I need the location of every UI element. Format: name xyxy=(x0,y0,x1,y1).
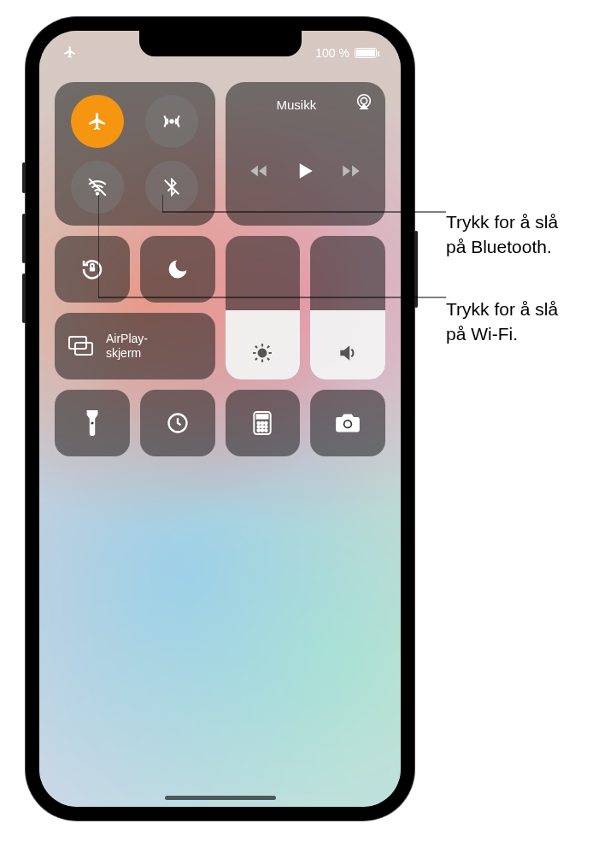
play-button[interactable] xyxy=(292,158,318,187)
svg-rect-21 xyxy=(257,415,268,418)
screen-mirroring-label: AirPlay- skjerm xyxy=(106,332,148,361)
svg-point-0 xyxy=(171,120,173,122)
cellular-data-toggle[interactable] xyxy=(145,95,198,148)
airplane-status-icon xyxy=(63,45,77,62)
svg-line-14 xyxy=(255,358,257,360)
svg-point-26 xyxy=(261,426,264,428)
svg-point-23 xyxy=(261,422,264,425)
volume-down-button xyxy=(22,273,26,323)
next-track-button[interactable] xyxy=(340,160,362,185)
media-title: Musikk xyxy=(277,97,317,112)
callout-wifi: Trykk for å slå på Wi-Fi. xyxy=(446,273,558,346)
callout-wifi-text: Trykk for å slå på Wi-Fi. xyxy=(446,299,558,343)
svg-point-25 xyxy=(258,426,261,428)
screen: 100 % xyxy=(39,31,401,807)
svg-point-18 xyxy=(91,421,93,424)
svg-point-1 xyxy=(97,192,98,194)
mute-switch xyxy=(22,162,26,193)
timer-button[interactable] xyxy=(140,390,215,456)
svg-point-27 xyxy=(265,426,267,428)
svg-point-30 xyxy=(265,429,267,432)
callout-wifi-line xyxy=(98,195,446,299)
svg-rect-6 xyxy=(90,268,95,272)
iphone-frame: 100 % xyxy=(26,17,414,820)
svg-point-32 xyxy=(345,421,351,427)
volume-up-button xyxy=(22,214,26,263)
previous-track-button[interactable] xyxy=(248,160,270,185)
notch xyxy=(139,31,302,56)
svg-point-22 xyxy=(258,422,261,425)
battery-icon xyxy=(355,48,377,58)
flashlight-button[interactable] xyxy=(55,390,130,456)
svg-point-5 xyxy=(361,97,367,103)
callout-bluetooth: Trykk for å slå på Bluetooth. xyxy=(446,186,558,259)
airplay-audio-icon[interactable] xyxy=(355,92,373,115)
screen-mirroring-button[interactable]: AirPlay- skjerm xyxy=(55,313,215,379)
calculator-button[interactable] xyxy=(226,390,301,456)
airplane-mode-toggle[interactable] xyxy=(71,95,124,148)
svg-point-28 xyxy=(258,429,261,432)
svg-point-29 xyxy=(261,429,264,432)
svg-line-13 xyxy=(267,358,269,360)
home-indicator[interactable] xyxy=(165,796,276,800)
svg-point-7 xyxy=(259,350,267,357)
svg-line-12 xyxy=(255,346,257,348)
camera-button[interactable] xyxy=(310,390,385,456)
svg-line-15 xyxy=(267,346,269,348)
battery-percent: 100 % xyxy=(315,46,349,60)
callout-bluetooth-text: Trykk for å slå på Bluetooth. xyxy=(446,212,558,256)
svg-point-24 xyxy=(265,422,267,425)
